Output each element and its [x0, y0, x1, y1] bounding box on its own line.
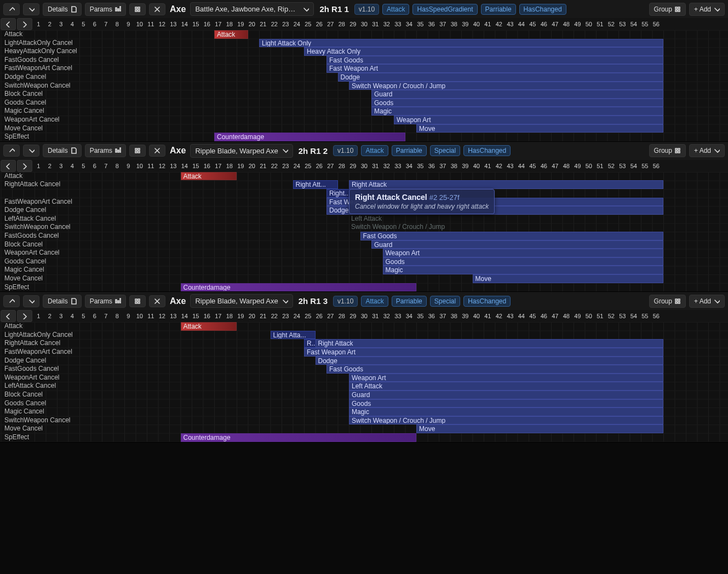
- frame-tick: 2: [44, 310, 56, 322]
- timeline-bar[interactable]: Right Attack: [316, 339, 664, 348]
- prev-button[interactable]: [1, 310, 16, 322]
- details-button[interactable]: Details: [43, 3, 82, 16]
- track-name: FastGoods Cancel: [4, 365, 59, 374]
- grid-icon: [674, 147, 681, 154]
- timeline-bar[interactable]: Move: [416, 424, 663, 433]
- grid-button[interactable]: [129, 3, 146, 15]
- weapon-dropdown[interactable]: Ripple Blade, Warped Axe: [190, 144, 293, 158]
- timeline-bar[interactable]: Weapon Art: [383, 249, 664, 257]
- frame-tick: 10: [134, 160, 146, 172]
- next-button[interactable]: [17, 310, 32, 322]
- timeline-bar[interactable]: Right Attack: [349, 180, 663, 189]
- timeline-track: FastGoods Cancel Fast Goods: [0, 232, 728, 240]
- frame-tick: 22: [269, 18, 280, 30]
- timeline-bar[interactable]: Guard: [371, 240, 663, 249]
- frame-tick: 19: [235, 18, 247, 30]
- timeline-bar[interactable]: Move: [473, 274, 664, 283]
- timeline-bar[interactable]: Light Attack Only: [259, 39, 663, 48]
- timeline-bar[interactable]: Weapon Art: [394, 116, 663, 124]
- params-button[interactable]: Params: [85, 295, 126, 308]
- timeline-bar[interactable]: Left Attack: [349, 382, 663, 391]
- frame-tick: 8: [112, 310, 123, 322]
- timeline-bar[interactable]: Switch Weapon / Crouch / Jump: [349, 82, 663, 90]
- close-button[interactable]: [149, 3, 165, 15]
- tag-hasspeedgradient: HasSpeedGradient: [412, 4, 477, 15]
- collapse-up-button[interactable]: [3, 145, 20, 157]
- timeline-bar[interactable]: Fast Goods: [360, 232, 664, 240]
- timeline-bar[interactable]: Goods: [349, 399, 663, 408]
- collapse-down-button[interactable]: [23, 3, 39, 15]
- timeline-bar[interactable]: Switch Weapon / Crouch / Jump: [349, 223, 663, 232]
- timeline-bar[interactable]: Attack: [181, 172, 237, 181]
- collapse-up-button[interactable]: [3, 3, 20, 15]
- frame-tick: 15: [190, 160, 202, 172]
- timeline-bar[interactable]: Dodge: [338, 73, 664, 82]
- weapon-dropdown[interactable]: Battle Axe, Jawbone Axe, Rippl...: [190, 2, 314, 16]
- grid-button[interactable]: [129, 145, 146, 157]
- frame-tick: 13: [168, 160, 179, 172]
- timeline-bar[interactable]: Fast Weapon Art: [326, 64, 663, 73]
- timeline-bar[interactable]: Magic: [349, 407, 663, 416]
- timeline-bar[interactable]: Right Att...: [293, 180, 338, 189]
- timeline-bar[interactable]: Weapon Art: [349, 374, 663, 382]
- timeline-bar[interactable]: Light Atta...: [271, 331, 316, 340]
- add-button[interactable]: + Add: [689, 3, 725, 16]
- timeline-bar[interactable]: Goods: [383, 257, 664, 266]
- collapse-down-button[interactable]: [23, 145, 39, 157]
- details-button[interactable]: Details: [43, 295, 82, 308]
- timeline-bar[interactable]: Dodge: [316, 357, 664, 365]
- frame-tick: 49: [572, 160, 583, 172]
- frame-tick: 54: [628, 18, 640, 30]
- timeline-bar[interactable]: Attack: [181, 322, 237, 331]
- track-name: SpEffect: [4, 133, 29, 141]
- frame-tick: 56: [651, 160, 662, 172]
- track-name: LeftAttack Cancel: [4, 382, 56, 391]
- timeline-bar[interactable]: Goods: [371, 99, 663, 107]
- frame-tick: 24: [291, 310, 303, 322]
- add-button[interactable]: + Add: [689, 295, 725, 308]
- timeline-bar[interactable]: Move: [416, 124, 663, 133]
- prev-button[interactable]: [1, 18, 16, 30]
- frame-tick: 13: [168, 18, 179, 30]
- timeline-bar[interactable]: Fast Goods: [326, 365, 663, 374]
- frame-tick: 24: [291, 18, 303, 30]
- params-button[interactable]: Params: [85, 3, 126, 16]
- frame-tick: 35: [415, 310, 426, 322]
- tag-attack: Attack: [361, 296, 388, 307]
- timeline-bar[interactable]: Counterdamage: [214, 133, 405, 141]
- timeline-bar[interactable]: Heavy Attack Only: [304, 47, 663, 56]
- timeline-bar[interactable]: Fast Weapon Art: [304, 348, 663, 357]
- timeline-bar[interactable]: Counterdamage: [181, 283, 417, 292]
- chevron-down-icon: [28, 147, 35, 154]
- next-button[interactable]: [17, 18, 32, 30]
- next-button[interactable]: [17, 160, 32, 172]
- track-name: Move Cancel: [4, 424, 43, 433]
- details-button[interactable]: Details: [43, 144, 82, 157]
- timeline-bar[interactable]: Magic: [383, 266, 664, 274]
- timeline-bar[interactable]: Guard: [349, 391, 663, 399]
- track-name: Dodge Cancel: [4, 206, 46, 215]
- timeline-bar[interactable]: Counterdamage: [181, 433, 417, 442]
- frame-tick: 7: [100, 160, 112, 172]
- timeline-bar[interactable]: Fast Goods: [326, 56, 663, 65]
- prev-button[interactable]: [1, 160, 16, 172]
- group-button[interactable]: Group: [649, 295, 686, 308]
- timeline-bar[interactable]: Switch Weapon / Crouch / Jump: [349, 416, 663, 425]
- timeline-bar[interactable]: Attack: [214, 30, 248, 39]
- group-button[interactable]: Group: [649, 144, 686, 157]
- collapse-up-button[interactable]: [3, 295, 20, 307]
- weapon-dropdown[interactable]: Ripple Blade, Warped Axe: [190, 294, 293, 308]
- frame-ruler-bar: 1234567891011121314151617181920212223242…: [0, 18, 728, 30]
- group-button[interactable]: Group: [649, 3, 686, 16]
- timeline-bar[interactable]: Magic: [371, 107, 663, 116]
- params-button[interactable]: Params: [85, 144, 126, 157]
- grid-button[interactable]: [129, 295, 146, 307]
- add-button[interactable]: + Add: [689, 144, 725, 157]
- frame-tick: 7: [100, 18, 112, 30]
- timeline-bar[interactable]: Left Attack: [349, 215, 663, 223]
- collapse-down-button[interactable]: [23, 295, 39, 307]
- close-button[interactable]: [149, 295, 165, 307]
- close-button[interactable]: [149, 145, 165, 157]
- timeline-bar[interactable]: Guard: [371, 90, 663, 99]
- frame-tick: 42: [494, 310, 505, 322]
